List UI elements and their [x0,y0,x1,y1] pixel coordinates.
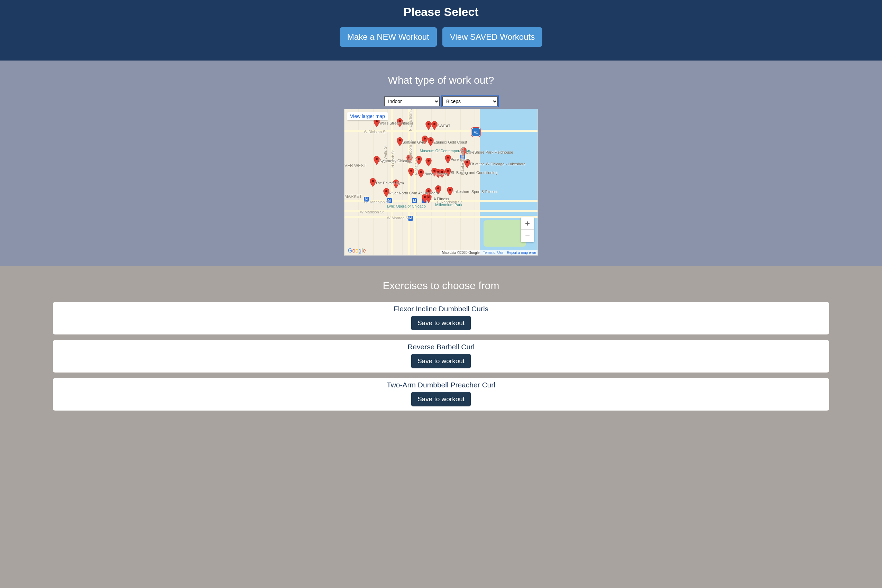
map-street-label: N Dearborn St [408,140,412,165]
map-place-label: Equinox Gold Coast [434,140,467,144]
exercise-card: Reverse Barbell CurlSave to workout [53,340,829,372]
workout-type-section: What type of work out? Indoor Biceps 41 … [0,60,882,266]
map-place-label: SWEAT [437,124,450,128]
save-to-workout-button[interactable]: Save to workout [411,354,471,368]
header-section: Please Select Make a NEW Workout View SA… [0,0,882,60]
map-street-label: N Lake Shore Dr [460,147,465,175]
exercise-list: Flexor Incline Dumbbell CurlsSave to wor… [53,302,829,411]
view-larger-map-link[interactable]: View larger map [347,112,388,120]
exercise-card: Flexor Incline Dumbbell CurlsSave to wor… [53,302,829,334]
map-place-label: Planet Fitness [424,172,448,176]
map-place-label: SL Boxing and Conditioning [451,171,497,175]
map[interactable]: 41 M M M M M M Wells Street FitnessSWEAT… [344,109,538,256]
zoom-control: + − [521,217,534,242]
map-street-label: W Monroe St [387,216,409,220]
exercises-title: Exercises to choose from [0,280,882,292]
map-street-label: W Division St [364,130,386,134]
map-place-label: River North Gym At The Mart [389,191,438,195]
location-select[interactable]: Indoor [384,96,440,106]
page-title: Please Select [0,0,882,27]
map-footer: Map data ©2020 Google Terms of Use Repor… [440,250,537,255]
map-street-label: N Wells St [383,146,387,163]
map-street-label: N State St [414,158,418,175]
report-error-link[interactable]: Report a map error [507,251,536,255]
map-street-label: W Madison St [360,210,384,214]
exercise-card: Two-Arm Dumbbell Preacher CurlSave to wo… [53,378,829,411]
select-row: Indoor Biceps [0,96,882,106]
transit-icon: M [422,198,426,203]
map-place-label: Solheim Gym [402,140,425,144]
map-poi-label: Museum Of Contemporary Art... [420,149,474,153]
map-neighborhood-label: MARKET [345,194,362,199]
new-workout-button[interactable]: Make a NEW Workout [340,27,437,47]
map-road [414,109,416,255]
map-park [483,220,526,247]
workout-type-title: What type of work out? [0,74,882,86]
map-place-label: Pure Barre [451,158,469,162]
map-street-label: N Dearborn St [408,109,412,131]
exercise-name: Reverse Barbell Curl [53,343,829,351]
map-neighborhood-label: VER WEST [345,163,366,168]
map-road [345,216,537,218]
google-logo: Google [348,248,366,254]
map-road [408,109,410,255]
exercise-name: Two-Arm Dumbbell Preacher Curl [53,381,829,389]
zoom-out-button[interactable]: − [521,230,534,242]
map-street-label: N Clark St [391,150,395,168]
map-street-label: E Randolph St [437,200,462,204]
terms-link[interactable]: Terms of Use [483,251,504,255]
exercises-section: Exercises to choose from Flexor Incline … [0,266,882,421]
muscle-select[interactable]: Biceps [442,96,498,106]
transit-icon: M [412,198,417,203]
map-street-label: W Randolph St [364,200,390,204]
map-place-label: Lakeshore Sport & Fitness [452,189,497,194]
exercise-name: Flexor Incline Dumbbell Curls [53,305,829,313]
map-poi-label: Lyric Opera of Chicago [387,204,426,208]
save-to-workout-button[interactable]: Save to workout [411,392,471,406]
highway-shield-icon: 41 [472,128,480,136]
header-button-row: Make a NEW Workout View SAVED Workouts [0,27,882,47]
saved-workouts-button[interactable]: View SAVED Workouts [442,27,542,47]
map-place-label: The Private Gym [375,181,404,185]
save-to-workout-button[interactable]: Save to workout [411,316,471,330]
map-place-label: Fit at the W Chicago - Lakeshore [470,162,526,166]
zoom-in-button[interactable]: + [521,217,534,230]
map-data-text: Map data ©2020 Google [442,251,479,255]
